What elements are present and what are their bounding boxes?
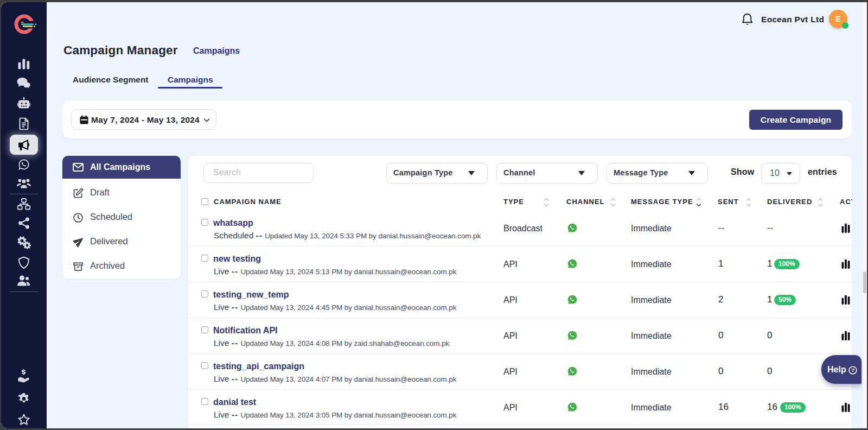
svg-text:?: ?: [851, 367, 854, 373]
